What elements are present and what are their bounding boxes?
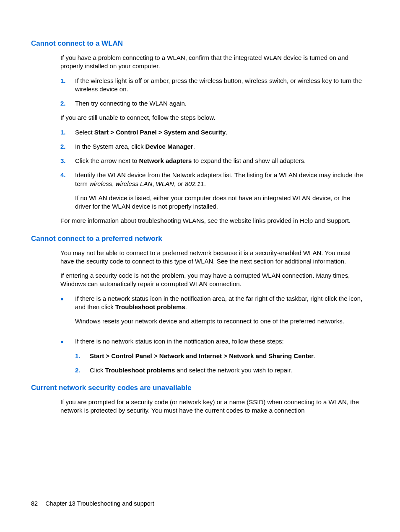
- section-heading: Cannot connect to a preferred network: [31, 235, 369, 243]
- paragraph: If you have a problem connecting to a WL…: [60, 54, 365, 71]
- list-content: If there is no network status icon in th…: [75, 337, 365, 374]
- bullet-list: ● If there is a network status icon in t…: [60, 294, 365, 375]
- page-footer: 82Chapter 13 Troubleshooting and support: [31, 500, 154, 507]
- chapter-label: Chapter 13 Troubleshooting and support: [45, 500, 154, 507]
- nested-ordered-list: 1. Start > Control Panel > Network and I…: [75, 352, 365, 375]
- list-content: Identify the WLAN device from the Networ…: [75, 171, 365, 211]
- list-number: 1.: [75, 352, 90, 360]
- list-item: 2. In the System area, click Device Mana…: [60, 142, 365, 151]
- list-content: Select Start > Control Panel > System an…: [75, 128, 365, 137]
- list-number: 1.: [60, 77, 75, 94]
- list-item: 1. Start > Control Panel > Network and I…: [75, 352, 365, 360]
- paragraph: You may not be able to connect to a pref…: [60, 249, 365, 266]
- list-item: 2. Then try connecting to the WLAN again…: [60, 99, 365, 108]
- list-number: 1.: [60, 128, 75, 137]
- list-item: 3. Click the arrow next to Network adapt…: [60, 157, 365, 165]
- list-number: 4.: [60, 171, 75, 211]
- page-number: 82: [31, 500, 38, 507]
- list-content: Then try connecting to the WLAN again.: [75, 99, 365, 108]
- list-item: 4. Identify the WLAN device from the Net…: [60, 171, 365, 211]
- list-item: ● If there is a network status icon in t…: [60, 294, 365, 332]
- list-content: If the wireless light is off or amber, p…: [75, 77, 365, 94]
- list-item: ● If there is no network status icon in …: [60, 337, 365, 374]
- list-item: 2. Click Troubleshoot problems and selec…: [75, 366, 365, 374]
- list-number: 2.: [60, 99, 75, 108]
- paragraph: If you are still unable to connect, foll…: [60, 114, 365, 122]
- list-content: If there is a network status icon in the…: [75, 294, 365, 332]
- section-heading: Cannot connect to a WLAN: [31, 39, 369, 48]
- bullet-icon: ●: [60, 337, 75, 374]
- list-number: 2.: [75, 366, 90, 374]
- list-number: 3.: [60, 157, 75, 165]
- paragraph: If you are prompted for a security code …: [60, 398, 365, 415]
- paragraph: For more information about troubleshooti…: [60, 217, 365, 225]
- list-content: In the System area, click Device Manager…: [75, 142, 365, 151]
- list-number: 2.: [60, 142, 75, 151]
- list-item: 1. Select Start > Control Panel > System…: [60, 128, 365, 137]
- bullet-icon: ●: [60, 294, 75, 332]
- list-content: Click the arrow next to Network adapters…: [75, 157, 365, 165]
- section-heading: Current network security codes are unava…: [31, 384, 369, 392]
- ordered-list: 1. Select Start > Control Panel > System…: [60, 128, 365, 211]
- ordered-list: 1. If the wireless light is off or amber…: [60, 77, 365, 108]
- list-content: Click Troubleshoot problems and select t…: [90, 366, 365, 374]
- list-item: 1. If the wireless light is off or amber…: [60, 77, 365, 94]
- list-content: Start > Control Panel > Network and Inte…: [90, 352, 365, 360]
- paragraph: If entering a security code is not the p…: [60, 271, 365, 289]
